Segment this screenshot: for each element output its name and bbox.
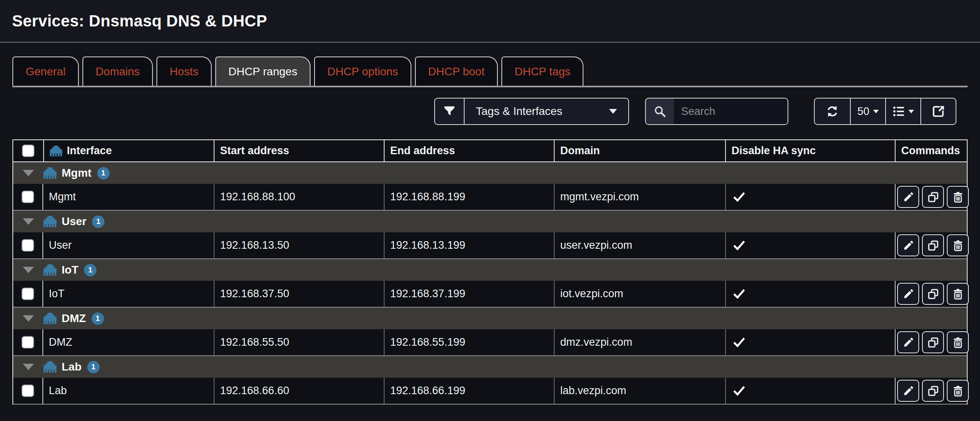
ethernet-icon [43,312,57,324]
tab-domains[interactable]: Domains [82,56,153,86]
row-select-cell [13,184,43,210]
column-header-label: Commands [901,145,960,157]
cell-disable-ha-sync [725,281,895,307]
tab-label: DHCP tags [515,65,571,78]
tab-label: Hosts [170,65,198,78]
cell-domain: dmz.vezpi.com [554,329,725,355]
column-header-domain[interactable]: Domain [554,140,725,161]
column-header-disable-ha-sync[interactable]: Disable HA sync [725,140,895,161]
cell-interface: User [43,232,214,258]
cell-domain: lab.vezpi.com [554,378,725,404]
table-body: Mgmt 1 Mgmt 192.168.88.100 192.168.88.19… [13,162,967,405]
delete-button[interactable] [947,234,969,256]
page-size-dropdown[interactable]: 50 [850,99,885,124]
ethernet-icon [43,216,57,228]
table-row: Mgmt 192.168.88.100 192.168.88.199 mgmt.… [13,184,967,211]
select-all-checkbox[interactable] [22,145,34,157]
check-icon [733,385,746,397]
cell-interface: Mgmt [43,184,214,210]
cell-disable-ha-sync [725,329,895,355]
pencil-icon [903,337,914,348]
group-collapse-toggle[interactable] [13,315,43,322]
collapse-caret-icon [23,364,34,370]
clone-button[interactable] [922,331,944,353]
group-collapse-toggle[interactable] [13,267,43,273]
clone-button[interactable] [922,234,944,256]
edit-button[interactable] [897,380,919,402]
trash-icon [952,288,964,300]
group-row: DMZ 1 [13,308,967,329]
column-header-end-address[interactable]: End address [384,140,554,161]
column-header-label: Disable HA sync [731,145,816,157]
cell-commands [895,281,970,307]
group-label: Mgmt [62,167,92,179]
trash-icon [952,240,964,251]
check-icon [733,288,746,300]
cell-commands [895,378,970,404]
tab-label: DHCP boot [428,65,485,78]
refresh-button[interactable] [815,99,850,124]
tab-general[interactable]: General [12,56,79,86]
clone-button[interactable] [922,283,944,305]
filter-button[interactable] [435,99,464,124]
cell-interface: DMZ [43,329,214,355]
tab-dhcp-options[interactable]: DHCP options [314,56,411,86]
row-checkbox[interactable] [22,239,34,252]
pencil-icon [903,191,914,203]
search-button[interactable] [646,99,674,124]
cell-disable-ha-sync [725,378,895,404]
row-checkbox[interactable] [22,191,34,203]
tab-dhcp-tags[interactable]: DHCP tags [501,56,584,86]
edit-button[interactable] [897,331,919,353]
row-select-cell [13,232,43,258]
dhcp-ranges-table: Interface Start address End address Doma… [12,139,968,405]
edit-button[interactable] [897,186,919,208]
collapse-caret-icon [23,267,34,273]
row-checkbox[interactable] [22,288,34,300]
group-collapse-toggle[interactable] [13,364,43,370]
toolbar: Tags & Interfaces [12,98,968,125]
cell-end-address: 192.168.37.199 [384,281,554,307]
collapse-caret-icon [23,315,34,322]
delete-button[interactable] [947,380,969,402]
group-row: User 1 [13,211,967,232]
tab-bar: General Domains Hosts DHCP ranges DHCP o… [12,56,968,87]
export-button[interactable] [920,99,956,124]
cell-start-address: 192.168.55.50 [214,329,384,355]
group-collapse-toggle[interactable] [13,218,43,225]
row-checkbox[interactable] [22,336,34,348]
cell-start-address: 192.168.88.100 [214,184,384,210]
delete-button[interactable] [947,331,969,353]
pencil-icon [903,288,914,300]
column-header-commands: Commands [895,140,967,161]
column-header-interface[interactable]: Interface [43,140,214,161]
ethernet-icon [50,145,62,157]
row-checkbox[interactable] [22,385,34,397]
clone-icon [928,191,939,203]
cell-commands [895,329,970,355]
clone-icon [928,288,939,300]
group-collapse-toggle[interactable] [13,170,43,176]
group-count-badge: 1 [92,312,104,325]
ethernet-icon [43,361,57,373]
filter-dropdown[interactable]: Tags & Interfaces [464,99,628,124]
tab-dhcp-ranges[interactable]: DHCP ranges [215,56,311,86]
delete-button[interactable] [947,186,969,208]
tab-hosts[interactable]: Hosts [156,56,212,86]
page-size-value: 50 [857,105,869,118]
columns-dropdown[interactable] [885,99,920,124]
magnifier-icon [653,105,666,118]
clone-button[interactable] [922,186,944,208]
edit-button[interactable] [897,234,919,256]
cell-end-address: 192.168.66.199 [384,378,554,404]
clone-button[interactable] [922,380,944,402]
tab-dhcp-boot[interactable]: DHCP boot [415,56,498,86]
search-input[interactable] [674,99,788,124]
group-count-badge: 1 [87,361,100,373]
clone-icon [928,337,939,348]
delete-button[interactable] [947,283,969,305]
ethernet-icon [43,167,57,179]
column-header-start-address[interactable]: Start address [214,140,384,161]
edit-button[interactable] [897,283,919,305]
cell-interface: Lab [43,378,214,404]
